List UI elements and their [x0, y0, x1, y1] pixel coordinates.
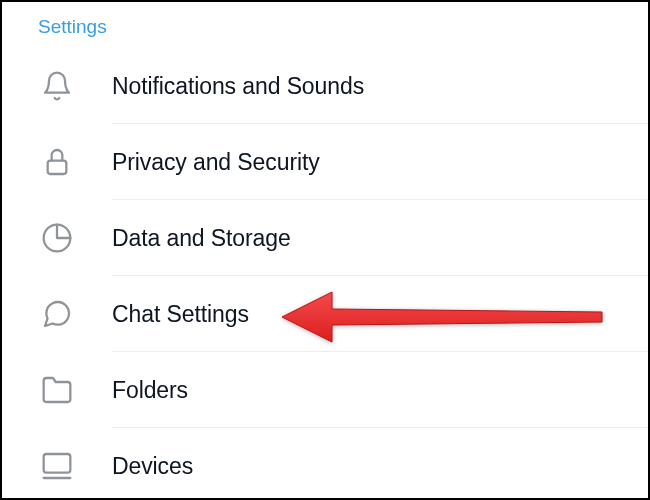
settings-item-label: Notifications and Sounds [112, 73, 364, 100]
settings-list: Notifications and Sounds Privacy and Sec… [2, 48, 648, 500]
settings-item-label: Chat Settings [112, 301, 249, 328]
svg-rect-0 [48, 161, 67, 174]
settings-item-label: Folders [112, 377, 188, 404]
section-header-settings: Settings [2, 2, 648, 48]
settings-item-notifications[interactable]: Notifications and Sounds [2, 48, 648, 124]
settings-item-privacy[interactable]: Privacy and Security [2, 124, 648, 200]
settings-item-chat-settings[interactable]: Chat Settings [2, 276, 648, 352]
monitor-icon [2, 450, 112, 482]
chat-bubble-icon [2, 298, 112, 330]
settings-item-devices[interactable]: Devices [2, 428, 648, 500]
settings-item-folders[interactable]: Folders [2, 352, 648, 428]
svg-rect-2 [44, 454, 71, 473]
folder-icon [2, 374, 112, 406]
lock-icon [2, 146, 112, 178]
settings-item-data-storage[interactable]: Data and Storage [2, 200, 648, 276]
settings-item-label: Privacy and Security [112, 149, 320, 176]
settings-item-label: Data and Storage [112, 225, 291, 252]
settings-item-label: Devices [112, 453, 193, 480]
pie-chart-icon [2, 222, 112, 254]
bell-icon [2, 70, 112, 102]
